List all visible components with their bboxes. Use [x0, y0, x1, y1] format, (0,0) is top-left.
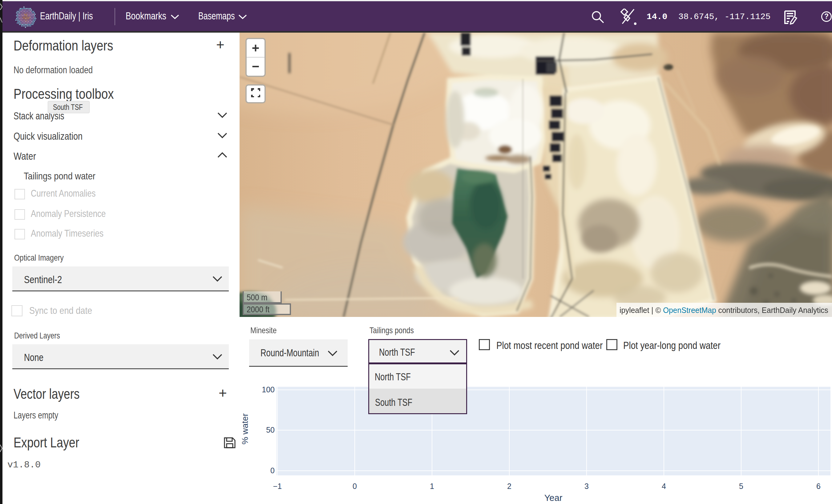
svg-text:?: ?	[824, 12, 829, 20]
